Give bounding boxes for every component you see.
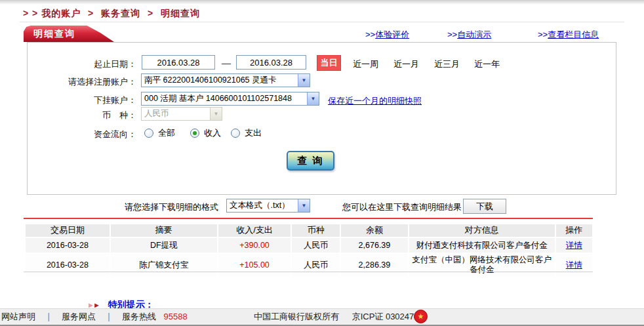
breadcrumb: > > 我的账户 > 账务查询 > 明细查询 xyxy=(23,8,200,20)
download-button[interactable]: 下载 xyxy=(463,199,506,214)
icp-number: 京ICP证 030247号 xyxy=(352,312,423,321)
cell-currency: 人民币 xyxy=(292,254,339,276)
top-gradient-band xyxy=(0,0,644,5)
quick-range-quarter[interactable]: 近三月 xyxy=(434,58,460,70)
download-format-select[interactable]: 文本格式（.txt） ▼ xyxy=(226,199,310,213)
breadcrumb-prefix: > > xyxy=(23,8,38,18)
table-row: 2016-03-28 陈广锦支付宝 +105.00 人民币 2,286.39 支… xyxy=(26,254,592,276)
sub-account-label: 下挂账户： xyxy=(27,94,136,106)
flow-option-income[interactable]: 收入 xyxy=(190,127,221,139)
cell-counterparty: 支付宝（中国）网络技术有限公司客户备付金 xyxy=(409,254,555,276)
currency-label: 币 种： xyxy=(27,110,136,121)
flow-option-expense[interactable]: 支出 xyxy=(231,127,262,139)
cell-balance: 2,676.39 xyxy=(341,238,408,253)
register-account-label: 请选择注册账户： xyxy=(27,76,136,88)
tab-detail-query[interactable]: 明细查询 xyxy=(24,26,114,42)
col-balance: 余额 xyxy=(341,224,408,237)
col-summary: 摘要 xyxy=(111,224,217,237)
col-currency: 币种 xyxy=(292,224,339,237)
security-badge-icon: ★ xyxy=(414,310,428,323)
table-row: 2016-03-28 DF提现 +390.00 人民币 2,676.39 财付通… xyxy=(26,238,592,253)
cell-amount: +105.00 xyxy=(218,254,291,276)
cell-date: 2016-03-28 xyxy=(26,238,110,253)
table-top-rule xyxy=(24,218,593,219)
col-action: 操作 xyxy=(556,224,592,237)
table-bottom-rule xyxy=(24,272,593,272)
download-format-label: 请您选择下载明细的格式 xyxy=(125,201,218,213)
footer-copyright: 中国工商银行版权所有 京ICP证 030247号 xyxy=(254,309,422,325)
breadcrumb-item-detail-query[interactable]: 明细查询 xyxy=(161,8,200,18)
today-button[interactable]: 当日 xyxy=(317,55,341,71)
quick-range-year[interactable]: 近一年 xyxy=(474,58,500,70)
detail-link[interactable]: 详情 xyxy=(566,241,582,250)
date-range-dash: — xyxy=(222,58,231,68)
date-from-input[interactable] xyxy=(142,55,215,70)
date-to-input[interactable] xyxy=(236,55,306,70)
hotline-label: 服务热线 xyxy=(122,312,156,321)
breadcrumb-separator: > xyxy=(148,8,153,18)
dropdown-arrow-icon: ▼ xyxy=(298,199,310,212)
footer-bar: 网站声明 ｜ 服务网点 ｜ 服务热线 95588 中国工商银行版权所有 京ICP… xyxy=(0,308,644,326)
breadcrumb-item-my-account[interactable]: 我的账户 xyxy=(41,8,81,18)
cell-amount: +390.00 xyxy=(218,238,291,253)
radio-all[interactable] xyxy=(144,129,153,138)
sub-account-select[interactable]: 000 活期 基本户 1406600101102571848 ▼ xyxy=(141,92,319,106)
transactions-table: 交易日期 摘要 收入/支出 币种 余额 对方信息 操作 2016-03-28 D… xyxy=(24,223,594,277)
link-view-column-info[interactable]: >>查看栏目信息 xyxy=(538,29,599,41)
save-monthly-snapshot-link[interactable]: 保存近一个月的明细快照 xyxy=(328,95,422,107)
col-counterparty: 对方信息 xyxy=(409,224,555,237)
query-button[interactable]: 查 询 xyxy=(287,151,334,171)
cell-summary: DF提现 xyxy=(111,238,217,253)
link-auto-demo[interactable]: >>自动演示 xyxy=(447,29,491,41)
dropdown-arrow-icon: ▼ xyxy=(307,92,319,105)
radio-expense[interactable] xyxy=(231,129,240,138)
breadcrumb-item-account-query[interactable]: 账务查询 xyxy=(101,8,140,18)
dropdown-arrow-icon: ▼ xyxy=(298,74,310,87)
link-experience-rating[interactable]: >>体验评价 xyxy=(365,29,409,41)
cell-date: 2016-03-28 xyxy=(26,254,110,276)
quick-range-week[interactable]: 近一周 xyxy=(353,58,378,70)
detail-query-page: > > 我的账户 > 账务查询 > 明细查询 明细查询 >>体验评价 >>自动演… xyxy=(0,0,644,326)
col-date: 交易日期 xyxy=(26,224,110,237)
fund-flow-label: 资金流向： xyxy=(27,129,136,140)
cell-summary: 陈广锦支付宝 xyxy=(111,254,217,276)
date-range-label: 起止日期： xyxy=(27,58,136,70)
radio-income[interactable] xyxy=(190,129,199,138)
quick-range-month[interactable]: 近一月 xyxy=(393,58,419,70)
col-amount: 收入/支出 xyxy=(218,224,291,237)
table-header-row: 交易日期 摘要 收入/支出 币种 余额 对方信息 操作 xyxy=(26,224,592,237)
hotline-number: 95588 xyxy=(164,312,188,321)
dropdown-arrow-icon: ▼ xyxy=(210,108,222,120)
footer-links: 网站声明 ｜ 服务网点 ｜ 服务热线 95588 xyxy=(1,309,188,325)
tab-title: 明细查询 xyxy=(33,28,75,39)
footer-link-branches[interactable]: 服务网点 xyxy=(62,312,96,321)
breadcrumb-divider xyxy=(20,22,624,22)
cell-counterparty: 财付通支付科技有限公司客户备付金 xyxy=(409,238,555,253)
register-account-select[interactable]: 南平 6222001406100921065 灵通卡 ▼ xyxy=(141,73,310,87)
detail-link[interactable]: 详情 xyxy=(566,260,582,270)
footer-link-statement[interactable]: 网站声明 xyxy=(1,312,35,321)
breadcrumb-separator: > xyxy=(88,8,94,18)
currency-select: 人民币 ▼ xyxy=(141,107,222,121)
flow-option-all[interactable]: 全部 xyxy=(144,127,175,139)
cell-balance: 2,286.39 xyxy=(341,254,408,276)
cell-currency: 人民币 xyxy=(292,238,339,253)
download-hint: 您可以在这里下载查询明细结果 xyxy=(342,201,462,213)
